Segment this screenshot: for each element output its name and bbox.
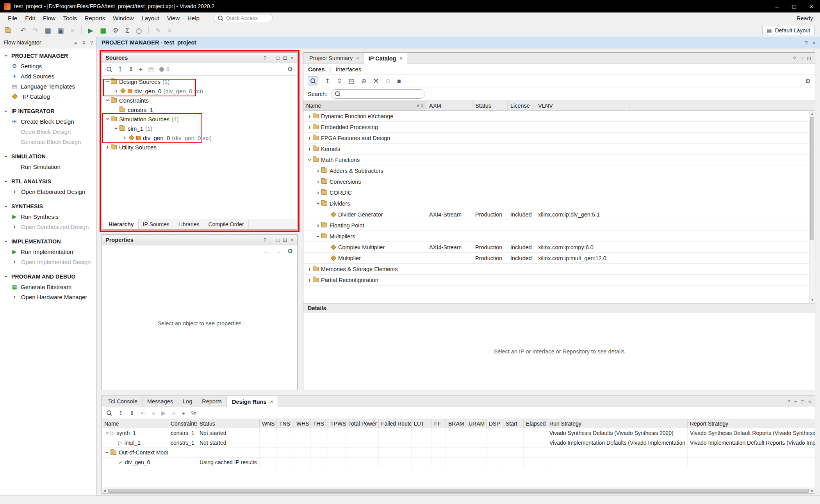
open-project-icon[interactable] bbox=[5, 28, 11, 33]
chevron-right-icon[interactable] bbox=[315, 178, 321, 185]
help-icon[interactable] bbox=[788, 399, 790, 404]
float-icon[interactable] bbox=[276, 55, 280, 60]
catalog-row-dynamic-function-exchange[interactable]: Dynamic Function eXchange bbox=[303, 111, 809, 122]
column-header-dsp[interactable]: DSP bbox=[487, 419, 503, 428]
chevron-right-icon[interactable] bbox=[11, 188, 18, 195]
minimize-icon[interactable] bbox=[794, 399, 797, 404]
close-icon[interactable] bbox=[356, 56, 359, 61]
horizontal-scrollbar[interactable] bbox=[102, 488, 815, 493]
column-header-license[interactable]: License bbox=[508, 101, 535, 110]
column-header-tpws[interactable]: TPWS bbox=[328, 419, 346, 428]
expand-collapse-icon[interactable] bbox=[82, 40, 86, 45]
chevron-down-icon[interactable] bbox=[104, 115, 111, 122]
help-icon[interactable] bbox=[805, 40, 808, 45]
nav-item-generate-bitstream[interactable]: Generate Bitstream bbox=[0, 282, 96, 292]
chevron-right-icon[interactable] bbox=[104, 144, 111, 151]
chevron-down-icon[interactable] bbox=[315, 233, 321, 240]
column-header-uram[interactable]: URAM bbox=[466, 419, 487, 428]
edit-pencil-icon[interactable] bbox=[155, 27, 161, 34]
maximize-icon[interactable] bbox=[807, 56, 811, 61]
menu-tools[interactable]: Tools bbox=[59, 13, 81, 23]
nav-item-settings[interactable]: Settings bbox=[0, 61, 96, 71]
cancel-icon[interactable] bbox=[168, 27, 172, 34]
group-by-category-icon[interactable] bbox=[349, 78, 355, 84]
scroll-left-icon[interactable] bbox=[103, 489, 106, 493]
copy-icon[interactable] bbox=[58, 27, 64, 34]
vertical-scrollbar[interactable] bbox=[809, 111, 815, 303]
chevron-right-icon[interactable] bbox=[306, 113, 313, 120]
nav-item-open-hardware-manager[interactable]: Open Hardware Manager bbox=[0, 292, 96, 302]
nav-item-run-simulation[interactable]: Run Simulation bbox=[0, 161, 96, 172]
chevron-down-icon[interactable] bbox=[306, 156, 313, 163]
minimize-icon[interactable] bbox=[270, 238, 273, 243]
close-icon[interactable] bbox=[291, 238, 294, 243]
menu-edit[interactable]: Edit bbox=[21, 13, 39, 23]
chevron-down-icon[interactable] bbox=[3, 203, 9, 210]
tab-ip-catalog[interactable]: IP Catalog bbox=[364, 53, 407, 64]
menu-flow[interactable]: Flow bbox=[39, 13, 59, 23]
help-icon[interactable] bbox=[264, 55, 266, 60]
column-header-name[interactable]: Name bbox=[102, 419, 168, 428]
chevron-right-icon[interactable] bbox=[306, 277, 313, 284]
report-sum-icon[interactable] bbox=[125, 27, 130, 34]
column-header-run-strategy[interactable]: Run Strategy bbox=[547, 419, 688, 428]
tree-item-design-sources[interactable]: Design Sources(1) bbox=[102, 77, 297, 86]
nav-item-run-implementation[interactable]: Run Implementation bbox=[0, 247, 96, 257]
chevron-right-icon[interactable] bbox=[315, 189, 321, 196]
column-header-tns[interactable]: TNS bbox=[277, 419, 294, 428]
catalog-row-cordic[interactable]: CORDIC bbox=[303, 187, 809, 198]
wrench-icon[interactable] bbox=[373, 78, 378, 84]
tree-item-simulation-sources[interactable]: Simulation Sources(1) bbox=[102, 114, 297, 124]
chevron-down-icon[interactable] bbox=[104, 97, 111, 104]
chevron-down-icon[interactable] bbox=[104, 429, 111, 437]
chevron-right-icon[interactable] bbox=[113, 87, 119, 94]
tree-item-div-gen-0[interactable]: div_gen_0(div_gen_0.xci) bbox=[102, 133, 297, 142]
column-header-name[interactable]: Name∧ 1 bbox=[303, 101, 426, 110]
chevron-down-icon[interactable] bbox=[3, 153, 9, 160]
nav-section-header[interactable]: SIMULATION bbox=[0, 151, 96, 161]
edit-source-icon[interactable] bbox=[148, 66, 154, 73]
catalog-row-dividers[interactable]: Dividers bbox=[303, 198, 809, 209]
settings-gear-icon[interactable] bbox=[113, 27, 119, 34]
column-header-constraints[interactable]: Constraints bbox=[168, 419, 197, 428]
column-header-ff[interactable]: FF bbox=[432, 419, 446, 428]
search-toggle-button[interactable] bbox=[308, 76, 318, 85]
menu-reports[interactable]: Reports bbox=[81, 13, 109, 23]
search-icon[interactable] bbox=[106, 410, 112, 416]
expand-all-icon[interactable] bbox=[130, 410, 135, 416]
menu-view[interactable]: View bbox=[163, 13, 184, 23]
chevron-down-icon[interactable] bbox=[3, 178, 9, 185]
scroll-up-icon[interactable] bbox=[811, 112, 814, 115]
collapse-all-icon[interactable] bbox=[118, 410, 123, 416]
nav-item-add-sources[interactable]: Add Sources bbox=[0, 71, 96, 81]
catalog-row-multiplier[interactable]: MultiplierProductionIncludedxilinx.com:i… bbox=[303, 253, 809, 264]
nav-item-create-block-design[interactable]: Create Block Design bbox=[0, 116, 96, 126]
panel-settings-gear-icon[interactable] bbox=[287, 248, 293, 254]
step-forward-icon[interactable] bbox=[172, 410, 175, 416]
chevron-right-icon[interactable] bbox=[11, 223, 18, 230]
sources-tab-ip-sources[interactable]: IP Sources bbox=[139, 219, 174, 229]
chevron-down-icon[interactable] bbox=[104, 78, 111, 85]
catalog-row-embedded-processing[interactable]: Embedded Processing bbox=[303, 122, 809, 133]
column-header-status[interactable]: Status bbox=[197, 419, 260, 428]
subtab-cores[interactable]: Cores bbox=[308, 66, 325, 73]
menu-layout[interactable]: Layout bbox=[138, 13, 163, 23]
chevron-right-icon[interactable] bbox=[306, 146, 313, 153]
scrollbar-thumb[interactable] bbox=[108, 489, 809, 493]
run-icon[interactable] bbox=[88, 27, 93, 34]
column-header-status[interactable]: Status bbox=[472, 101, 508, 110]
scroll-right-icon[interactable] bbox=[811, 489, 814, 493]
catalog-row-partial-reconfiguration[interactable]: Partial Reconfiguration bbox=[303, 275, 809, 286]
maximize-window-button[interactable] bbox=[786, 0, 803, 12]
percent-icon[interactable] bbox=[191, 410, 196, 416]
tree-item-sim-1[interactable]: sim_1(1) bbox=[102, 124, 297, 133]
nav-item-ip-catalog[interactable]: IP Catalog bbox=[0, 91, 96, 101]
chevron-right-icon[interactable] bbox=[306, 266, 313, 273]
tab-messages[interactable]: Messages bbox=[143, 396, 178, 407]
float-icon[interactable] bbox=[800, 56, 803, 61]
run-row-impl-1[interactable]: impl_1constrs_1Not startedVivado Impleme… bbox=[102, 438, 815, 448]
tab-project-summary[interactable]: Project Summary bbox=[305, 53, 364, 64]
minimize-icon[interactable] bbox=[270, 55, 273, 60]
chevron-down-icon[interactable] bbox=[104, 449, 111, 456]
column-header-start[interactable]: Start bbox=[503, 419, 524, 428]
